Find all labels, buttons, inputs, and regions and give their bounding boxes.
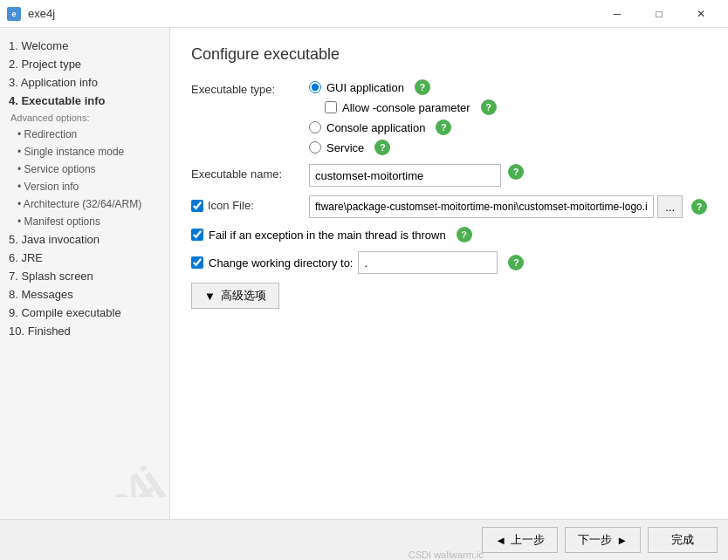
app-icon: e bbox=[7, 7, 21, 21]
window-controls: ─ □ ✕ bbox=[597, 0, 721, 28]
sidebar-item-manifest-options[interactable]: • Manifest options bbox=[0, 213, 169, 230]
sidebar-item-java-invocation[interactable]: 5. Java invocation bbox=[0, 230, 169, 249]
content-area: Configure executable Executable type: GU… bbox=[170, 28, 728, 519]
service-option: Service ? bbox=[309, 140, 497, 155]
close-button[interactable]: ✕ bbox=[681, 0, 721, 28]
footer: ◄ 上一步 下一步 ► 完成 CSDI wallwarm.ic bbox=[0, 519, 728, 560]
sidebar-item-app-info[interactable]: 3. Application info bbox=[0, 73, 169, 92]
finish-label: 完成 bbox=[671, 532, 694, 548]
executable-name-input[interactable] bbox=[309, 164, 501, 187]
sidebar-item-single-instance[interactable]: • Single instance mode bbox=[0, 143, 169, 160]
executable-name-help[interactable]: ? bbox=[508, 164, 524, 180]
prev-label: 上一步 bbox=[511, 532, 545, 548]
advanced-options-label: 高级选项 bbox=[221, 288, 266, 304]
prev-button[interactable]: ◄ 上一步 bbox=[482, 527, 558, 553]
service-label: Service bbox=[326, 141, 364, 154]
maximize-button[interactable]: □ bbox=[639, 0, 679, 28]
sidebar-item-splash-screen[interactable]: 7. Splash screen bbox=[0, 267, 169, 285]
icon-file-label: Icon File: bbox=[191, 195, 309, 212]
working-dir-row: Change working directory to: ? bbox=[191, 251, 707, 274]
browse-button[interactable]: ... bbox=[657, 195, 683, 218]
icon-file-checkbox[interactable] bbox=[191, 200, 203, 212]
gui-application-radio[interactable] bbox=[309, 81, 321, 93]
sidebar-item-architecture[interactable]: • Architecture (32/64/ARM) bbox=[0, 195, 169, 213]
allow-console-option: Allow -console parameter ? bbox=[309, 99, 497, 115]
finish-button[interactable]: 完成 bbox=[648, 527, 718, 553]
gui-application-help[interactable]: ? bbox=[415, 79, 430, 95]
allow-console-label: Allow -console parameter bbox=[342, 101, 470, 114]
sidebar-item-version-info[interactable]: • Version info bbox=[0, 178, 169, 195]
allow-console-help[interactable]: ? bbox=[481, 99, 497, 115]
page-title: Configure executable bbox=[191, 45, 707, 64]
gui-application-label: GUI application bbox=[326, 81, 404, 94]
sidebar-advanced-label: Advanced options: bbox=[0, 110, 169, 126]
next-icon: ► bbox=[616, 534, 628, 547]
sidebar-item-welcome[interactable]: 1. Welcome bbox=[0, 37, 169, 55]
sidebar-item-jre[interactable]: 6. JRE bbox=[0, 249, 169, 267]
fail-exception-checkbox[interactable] bbox=[191, 229, 203, 241]
next-button[interactable]: 下一步 ► bbox=[565, 527, 641, 553]
console-application-radio[interactable] bbox=[309, 121, 321, 133]
working-dir-help[interactable]: ? bbox=[508, 255, 524, 270]
title-bar: e exe4j ─ □ ✕ bbox=[0, 0, 728, 28]
working-dir-checkbox[interactable] bbox=[191, 256, 203, 269]
advanced-chevron-icon: ▼ bbox=[204, 290, 216, 303]
advanced-options-button[interactable]: ▼ 高级选项 bbox=[191, 283, 279, 309]
fail-exception-row: Fail if an exception in the main thread … bbox=[191, 227, 707, 242]
sidebar-item-project-type[interactable]: 2. Project type bbox=[0, 55, 169, 73]
fail-exception-help[interactable]: ? bbox=[457, 227, 472, 242]
executable-name-row: Executable name: ? bbox=[191, 164, 707, 187]
gui-application-option: GUI application ? bbox=[309, 79, 497, 95]
console-application-label: Console application bbox=[326, 121, 425, 134]
executable-type-radio-group: GUI application ? Allow -console paramet… bbox=[309, 79, 497, 155]
executable-type-label: Executable type: bbox=[191, 79, 309, 96]
working-dir-input[interactable] bbox=[358, 251, 498, 274]
icon-file-help[interactable]: ? bbox=[691, 199, 707, 215]
minimize-button[interactable]: ─ bbox=[597, 0, 637, 28]
sidebar: 1. Welcome 2. Project type 3. Applicatio… bbox=[0, 28, 170, 519]
prev-icon: ◄ bbox=[495, 534, 506, 547]
console-application-help[interactable]: ? bbox=[436, 120, 451, 135]
service-radio[interactable] bbox=[309, 141, 321, 154]
sidebar-item-exe-info[interactable]: 4. Executable info bbox=[0, 92, 169, 110]
service-help[interactable]: ? bbox=[374, 140, 390, 155]
allow-console-checkbox[interactable] bbox=[325, 101, 337, 113]
icon-file-input-row: ... ? bbox=[309, 195, 707, 218]
main-content: 1. Welcome 2. Project type 3. Applicatio… bbox=[0, 28, 728, 519]
sidebar-item-redirection[interactable]: • Redirection bbox=[0, 126, 169, 143]
fail-exception-label: Fail if an exception in the main thread … bbox=[209, 229, 446, 242]
working-dir-label: Change working directory to: bbox=[209, 256, 353, 270]
working-dir-row-inner: Change working directory to: ? bbox=[191, 251, 524, 274]
executable-name-label: Executable name: bbox=[191, 164, 309, 181]
sidebar-item-compile[interactable]: 9. Compile executable bbox=[0, 304, 169, 322]
sidebar-item-finished[interactable]: 10. Finished bbox=[0, 322, 169, 340]
sidebar-watermark: exe4j bbox=[58, 457, 169, 497]
icon-file-path-input[interactable] bbox=[309, 195, 654, 218]
sidebar-item-service-options[interactable]: • Service options bbox=[0, 160, 169, 178]
sidebar-item-messages[interactable]: 8. Messages bbox=[0, 285, 169, 304]
console-application-option: Console application ? bbox=[309, 120, 497, 135]
next-label: 下一步 bbox=[578, 532, 612, 548]
icon-file-row: Icon File: ... ? bbox=[191, 195, 707, 218]
footer-watermark: CSDI wallwarm.ic bbox=[409, 550, 484, 560]
executable-type-row: Executable type: GUI application ? Allow… bbox=[191, 79, 707, 155]
window-title: exe4j bbox=[28, 7, 597, 20]
